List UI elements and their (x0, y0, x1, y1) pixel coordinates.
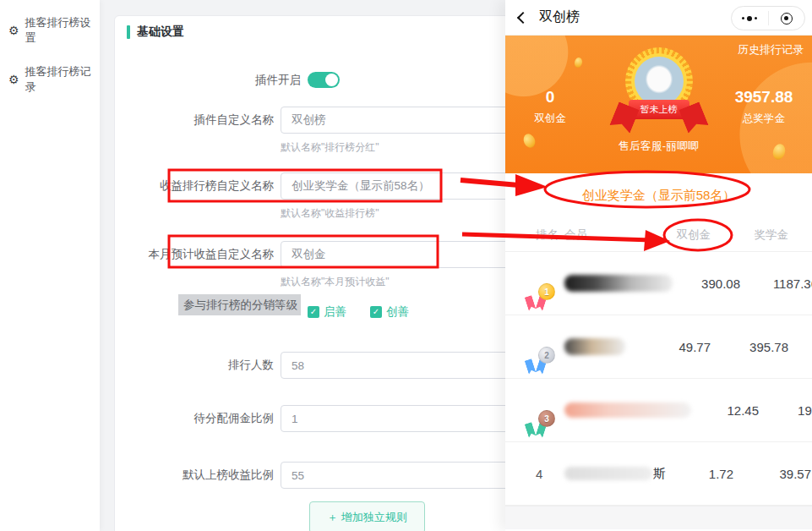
table-header-row: 排名 会员 双创金 奖学金 (505, 218, 812, 252)
history-record-link[interactable]: 历史排行记录 (738, 42, 804, 57)
commission-ratio-label: 待分配佣金比例 (115, 405, 274, 425)
name-suffix: 斯 (653, 466, 666, 482)
plugin-name-input[interactable] (281, 107, 526, 134)
revenue-rank-name-input[interactable] (281, 172, 526, 200)
monthly-income-name-label: 本月预计收益自定义名称 (115, 241, 274, 261)
title-accent-bar (127, 25, 130, 39)
commission-ratio-row: 待分配佣金比例 (115, 405, 526, 432)
back-icon[interactable] (517, 11, 529, 23)
header-rank: 排名 (536, 227, 564, 243)
level-checkbox-qishan[interactable]: ✓ 启善 (308, 304, 346, 320)
left-stat: 0 双创金 (522, 88, 578, 126)
distribution-levels-label: 参与排行榜的分销等级 (178, 294, 301, 315)
close-minip-button[interactable] (769, 7, 805, 30)
right-stat-label: 总奖学金 (728, 112, 800, 126)
wechat-capsule (731, 6, 805, 30)
rank-count-row: 排行人数 (115, 352, 526, 379)
revenue-rank-name-row: 收益排行榜自定义名称 默认名称"收益排行榜" (115, 172, 526, 221)
row-value1: 49.77 (643, 340, 711, 354)
more-menu-button[interactable] (732, 7, 768, 30)
header-member: 会员 (564, 227, 643, 243)
default-income-ratio-label: 默认上榜收益比例 (115, 462, 274, 482)
right-stat: 3957.88 总奖学金 (728, 88, 800, 126)
row-value1: 12.45 (691, 403, 759, 418)
sidebar-item-ranking-records[interactable]: ⚙ 推客排行榜记录 (0, 57, 100, 101)
monthly-income-name-input[interactable] (281, 241, 526, 268)
masked-name (564, 338, 625, 355)
plugin-name-hint: 默认名称"排行榜分红" (281, 140, 526, 155)
plugin-name-row: 插件自定义名称 默认名称"排行榜分红" (115, 107, 526, 155)
phone-footer-bar (505, 506, 812, 529)
row-value1: 390.08 (673, 276, 740, 291)
table-row: 1 390.08 1187.36 (505, 252, 812, 315)
row-value2: 395.78 (711, 340, 788, 354)
masked-name (564, 467, 652, 480)
settings-card: 基础设置 插件开启 插件自定义名称 默认名称"排行榜分红" 收益排行榜自定义名称… (114, 15, 525, 531)
header-jiangxuejin: 奖学金 (711, 227, 788, 243)
checkbox-check-icon: ✓ (308, 306, 319, 318)
plugin-enable-label: 插件开启 (115, 67, 301, 87)
rank-count-label: 排行人数 (115, 352, 274, 372)
level-checkbox-chuangshan[interactable]: ✓ 创善 (370, 304, 409, 320)
left-stat-value: 0 (522, 88, 578, 107)
coin-icon (574, 57, 584, 68)
table-row: 4 斯 1.72 39.57 (505, 442, 812, 506)
rank-count-input[interactable] (281, 352, 526, 379)
sidebar-item-label: 推客排行榜记录 (25, 64, 100, 95)
phone-page-title: 双创榜 (539, 8, 580, 26)
revenue-rank-name-hint: 默认名称"收益排行榜" (281, 206, 526, 221)
row-value2: 39.57 (733, 467, 811, 481)
banner-username: 售后客服-丽唧唧 (505, 139, 812, 154)
distribution-levels-row: 参与排行榜的分销等级 ✓ 启善 ✓ 创善 (115, 298, 526, 320)
row-value2: 1187.36 (740, 276, 812, 291)
plugin-enable-toggle[interactable] (308, 72, 340, 88)
not-ranked-ribbon: 暂未上榜 (629, 100, 689, 119)
table-row: 2 49.77 395.78 (505, 315, 812, 379)
checkbox-check-icon: ✓ (370, 306, 382, 318)
monthly-income-name-row: 本月预计收益自定义名称 默认名称"本月预计收益" (115, 241, 526, 289)
header-shuangchuangjin: 双创金 (643, 227, 711, 243)
list-title: 创业奖学金（显示前58名） (505, 173, 812, 218)
commission-ratio-input[interactable] (281, 405, 526, 432)
monthly-income-name-hint: 默认名称"本月预计收益" (281, 275, 526, 289)
row-value1: 1.72 (666, 467, 733, 481)
default-income-ratio-input[interactable] (281, 462, 526, 489)
add-rule-button[interactable]: ＋ 增加独立规则 (309, 501, 425, 531)
gear-icon: ⚙ (8, 74, 19, 85)
sidebar-item-ranking-settings[interactable]: ⚙ 推客排行榜设置 (0, 8, 100, 52)
masked-name (564, 402, 691, 418)
sidebar-item-label: 推客排行榜设置 (25, 15, 100, 46)
left-stat-label: 双创金 (522, 112, 578, 126)
row-value2: 197.89 (759, 403, 812, 418)
toggle-knob (325, 74, 338, 86)
ellipsis-icon (742, 16, 757, 21)
phone-preview: 双创榜 历史排行记录 暂未上榜 售后客服-丽唧唧 0 双创金 3957.88 总… (505, 0, 812, 531)
ranking-banner: 历史排行记录 暂未上榜 售后客服-丽唧唧 0 双创金 3957.88 总奖学金 (505, 36, 812, 173)
table-row: 3 12.45 197.89 (505, 379, 812, 442)
revenue-rank-name-label: 收益排行榜自定义名称 (115, 172, 274, 193)
plus-icon: ＋ (327, 511, 338, 523)
default-income-ratio-row: 默认上榜收益比例 (115, 462, 526, 489)
circle-dot-icon (781, 13, 793, 25)
masked-name (564, 275, 673, 292)
right-stat-value: 3957.88 (728, 88, 800, 107)
avatar (635, 57, 684, 106)
gear-icon: ⚙ (8, 25, 19, 36)
sidebar: ⚙ 推客排行榜设置 ⚙ 推客排行榜记录 (0, 0, 100, 531)
rank-number: 4 (536, 467, 542, 481)
section-title: 基础设置 (127, 25, 184, 40)
plugin-enable-row: 插件开启 (115, 67, 526, 88)
plugin-name-label: 插件自定义名称 (115, 107, 274, 127)
phone-nav-bar: 双创榜 (505, 0, 812, 36)
